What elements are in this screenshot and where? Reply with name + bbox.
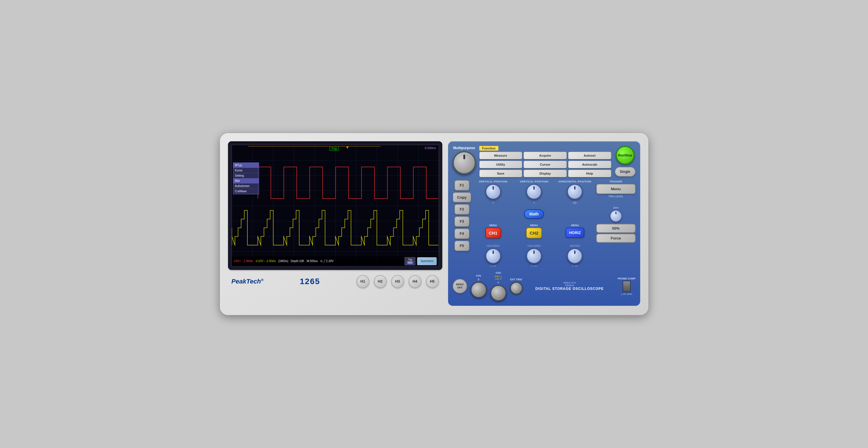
horiz-menu-button[interactable]: HORIZ — [565, 228, 584, 238]
probe-comp-section: PROBE COMP △ 5V 1KHz — [618, 277, 636, 295]
ch2-arrow: ↕ — [533, 200, 535, 205]
ch2-bnc-connector[interactable] — [490, 285, 506, 301]
sec-div-label: SEC/DIV — [569, 244, 580, 247]
acquire-button[interactable]: Acquire — [524, 152, 567, 159]
screen-bezel: Trig ▼ 0.000ns MTyp Kurve Setting Bild A… — [228, 141, 442, 270]
brand-name: PeakTech® — [231, 278, 264, 285]
trig-level-knob[interactable] — [610, 210, 622, 222]
brand-bar: PeakTech® 1265 H1 H2 H3 H4 H5 — [228, 273, 442, 290]
h4-button[interactable]: H4 — [409, 275, 422, 288]
multipurpose-knob[interactable] — [453, 151, 476, 174]
specs-section: 30MHz 2CH250MS/s DIGITAL STORAGE OSCILLO… — [526, 281, 613, 291]
top-row: Multipurpose Function Measure Acquire Au… — [453, 146, 636, 177]
right-section: Multipurpose Function Measure Acquire Au… — [448, 141, 640, 306]
help-button[interactable]: Help — [568, 170, 611, 177]
ch2-volts-div-knob[interactable] — [526, 248, 542, 264]
ch2-volts-div-group: VOLTS/DIV V mV — [514, 244, 553, 267]
h-buttons-row: H1 H2 H3 H4 H5 — [356, 275, 439, 288]
ch2-volts-div-label: VOLTS/DIV — [527, 244, 541, 247]
ch1-volts-div-group: VOLTS/DIV V mV — [473, 244, 513, 267]
menu-ch-row: MENU CH1 MENU CH2 MENU HORIZ 50% Force — [473, 224, 636, 243]
ch2-vert-pos-knob[interactable] — [526, 184, 542, 200]
f4-button[interactable]: F4 — [455, 229, 469, 239]
func-buttons-grid: Measure Acquire Autoset Utility Cursor A… — [479, 152, 611, 177]
f3-button[interactable]: F3 — [455, 216, 469, 227]
measure-button[interactable]: Measure — [479, 152, 522, 159]
math-btn-container: Math — [514, 209, 553, 219]
force-button[interactable]: Force — [596, 234, 635, 243]
multipurpose-label: Multipurpose — [453, 146, 475, 150]
run-stop-button[interactable]: Run/Stop — [616, 146, 634, 165]
middle-row: F1 Copy F2 F3 F4 F5 VERTICAL POSITION ↕ — [453, 180, 636, 267]
ch1-menu-group: MENU CH1 — [473, 224, 513, 243]
h1-button[interactable]: H1 — [356, 275, 369, 288]
menu-off-button[interactable]: MENUOFF — [453, 279, 467, 293]
ch1-bnc-connector[interactable] — [471, 282, 487, 298]
single-button[interactable]: Single — [615, 167, 636, 177]
y-label: Y — [497, 281, 499, 284]
ch1-mv-unit: mV — [493, 265, 496, 267]
fifty-button[interactable]: 50% — [596, 224, 635, 233]
probe-comp-label: PROBE COMP — [618, 277, 636, 280]
cat-warning: 400V △CAT II — [494, 275, 502, 280]
position-row: VERTICAL POSITION ↕ VERTICAL POSITION ↕ … — [473, 180, 636, 205]
ch1-connector-label: CH1 — [476, 274, 481, 277]
f1-button[interactable]: F1 — [455, 180, 469, 190]
ch2-menu-label: MENU — [530, 224, 538, 227]
zero-label: Zero — [613, 206, 619, 209]
ch1-menu-button[interactable]: CH1 — [485, 228, 501, 238]
ch1-volts-div-label: VOLTS/DIV — [487, 244, 500, 247]
horiz-pos-group: HORIZONTAL POSITION ◁▷ — [555, 180, 594, 205]
f2-button[interactable]: F2 — [455, 204, 469, 215]
x-label: X — [477, 278, 479, 281]
cursor-button[interactable]: Cursor — [524, 161, 567, 168]
save-button[interactable]: Save — [479, 170, 522, 177]
h3-button[interactable]: H3 — [391, 275, 404, 288]
function-section: Function Measure Acquire Autoset Utility… — [479, 146, 611, 177]
autoscale-button[interactable]: Autoscale — [568, 161, 611, 168]
function-label: Function — [479, 146, 498, 151]
f-and-copy-col: F1 Copy F2 F3 F4 F5 — [453, 180, 471, 251]
ch1-volts-div-knob[interactable] — [485, 248, 501, 264]
volts-div-row: VOLTS/DIV V mV VOLTS/DIV V mV — [473, 244, 636, 267]
sec-div-knob[interactable] — [567, 248, 583, 264]
dso-label: DIGITAL STORAGE OSCILLOSCOPE — [535, 287, 604, 291]
ext-trig-connector-group: EXT TRIG — [510, 278, 523, 295]
ch1-units: V mV — [490, 265, 496, 267]
h5-button[interactable]: H5 — [426, 275, 439, 288]
ch2-vert-pos-label: VERTICAL POSITION — [520, 180, 549, 183]
probe-comp-connector[interactable] — [623, 280, 631, 292]
horiz-pos-knob[interactable] — [567, 184, 583, 200]
ns-unit: nS — [575, 265, 578, 267]
sec-div-group: SEC/DIV S nS — [555, 244, 594, 267]
fifty-force-group: 50% Force — [596, 224, 635, 243]
display-button[interactable]: Display — [524, 170, 567, 177]
ch2-v-unit: V — [531, 265, 532, 267]
freq-ch-label: 30MHz 2CH250MS/s — [563, 281, 576, 287]
ch1-menu-label: MENU — [489, 224, 497, 227]
oscilloscope-screen: Trig ▼ 0.000ns MTyp Kurve Setting Bild A… — [231, 145, 439, 266]
ch2-menu-button[interactable]: CH2 — [526, 228, 542, 238]
ch1-vert-pos-group: VERTICAL POSITION ↕ — [473, 180, 513, 205]
math-button[interactable]: Math — [524, 209, 544, 219]
h2-button[interactable]: H2 — [374, 275, 387, 288]
horiz-pos-label: HORIZONTAL POSITION — [559, 180, 591, 183]
trigger-menu-button[interactable]: Menu — [596, 184, 635, 194]
copy-button[interactable]: Copy — [453, 192, 471, 202]
oscilloscope-body: Trig ▼ 0.000ns MTyp Kurve Setting Bild A… — [220, 133, 648, 315]
ch2-units: V mV — [531, 265, 537, 267]
ext-trig-bnc-connector[interactable] — [510, 282, 523, 295]
ch2-mv-unit: mV — [534, 265, 537, 267]
autoset-button[interactable]: Autoset — [568, 152, 611, 159]
multipurpose-section: Multipurpose — [453, 146, 476, 174]
connectors-row: MENUOFF CH1 X CH2 400V △CAT II Y EXT TRI… — [453, 271, 636, 301]
trig-level-group: Zero — [596, 206, 635, 222]
horiz-menu-group: MENU HORIZ — [555, 224, 594, 243]
ch1-vert-pos-knob[interactable] — [485, 184, 501, 200]
ch2-connector-group: CH2 400V △CAT II Y — [490, 271, 506, 301]
trigger-placeholder — [596, 244, 635, 267]
utility-button[interactable]: Utility — [479, 161, 522, 168]
f5-button[interactable]: F5 — [455, 241, 469, 251]
ch1-arrow: ↕ — [492, 200, 494, 205]
trigger-section: TRIGGER Menu TRIG LEVEL — [596, 180, 635, 205]
